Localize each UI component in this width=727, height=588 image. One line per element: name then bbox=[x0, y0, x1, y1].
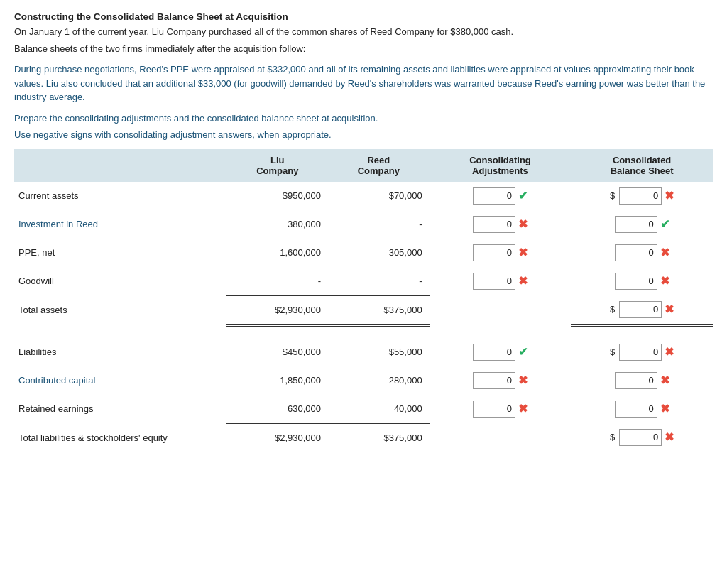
cons-input[interactable] bbox=[619, 187, 662, 205]
cons-cell[interactable]: $✖ bbox=[571, 423, 713, 453]
liu-value: 1,850,000 bbox=[226, 366, 328, 395]
row-label: PPE, net bbox=[14, 239, 226, 267]
reed-value: - bbox=[328, 267, 430, 295]
para3: Use negative signs with consolidating ad… bbox=[14, 128, 713, 142]
cross-icon: ✖ bbox=[665, 189, 674, 202]
reed-value: $55,000 bbox=[328, 338, 430, 366]
row-label: Retained earnings bbox=[14, 395, 226, 423]
adj-cell[interactable]: ✖ bbox=[430, 239, 572, 267]
cross-icon: ✖ bbox=[660, 274, 669, 288]
header-liu: LiuCompany bbox=[226, 149, 328, 182]
row-label: Total assets bbox=[14, 295, 226, 325]
balance-sheet-table: LiuCompany ReedCompany ConsolidatingAdju… bbox=[14, 149, 713, 454]
dollar-sign: $ bbox=[610, 347, 615, 357]
reed-value: 280,000 bbox=[328, 366, 430, 395]
cross-icon: ✖ bbox=[660, 402, 669, 415]
adj-cell[interactable]: ✔ bbox=[430, 182, 572, 210]
table-row: Investment in Reed380,000-✖✔ bbox=[14, 210, 713, 239]
adj-input[interactable] bbox=[473, 372, 515, 389]
cross-icon: ✖ bbox=[660, 246, 669, 259]
check-icon: ✔ bbox=[518, 189, 528, 202]
adj-cell[interactable]: ✖ bbox=[430, 395, 572, 423]
table-row: PPE, net1,600,000305,000✖✖ bbox=[14, 239, 713, 267]
table-row: Current assets$950,000$70,000✔$✖ bbox=[14, 182, 713, 210]
row-label: Goodwill bbox=[14, 267, 226, 295]
cons-input[interactable] bbox=[619, 429, 662, 446]
cons-cell[interactable]: ✖ bbox=[571, 267, 713, 295]
table-row: Liabilities$450,000$55,000✔$✖ bbox=[14, 338, 713, 366]
cons-input[interactable] bbox=[615, 273, 657, 290]
cons-cell[interactable]: ✔ bbox=[571, 210, 713, 239]
cons-input[interactable] bbox=[619, 301, 662, 318]
liu-value: $2,930,000 bbox=[226, 295, 328, 325]
row-label: Investment in Reed bbox=[14, 210, 226, 239]
adj-cell[interactable]: ✖ bbox=[430, 210, 572, 239]
cross-icon: ✖ bbox=[665, 303, 674, 316]
cons-input[interactable] bbox=[615, 244, 657, 261]
cons-cell[interactable]: ✖ bbox=[571, 239, 713, 267]
para2: Prepare the consolidating adjustments an… bbox=[14, 111, 713, 126]
cross-icon: ✖ bbox=[518, 246, 528, 259]
header-cons: ConsolidatedBalance Sheet bbox=[571, 149, 713, 182]
adj-cell[interactable]: ✖ bbox=[430, 366, 572, 395]
dollar-sign: $ bbox=[610, 304, 615, 315]
cons-input[interactable] bbox=[615, 401, 657, 418]
table-row: Contributed capital1,850,000280,000✖✖ bbox=[14, 366, 713, 395]
row-label: Current assets bbox=[14, 182, 226, 210]
header-adj: ConsolidatingAdjustments bbox=[430, 149, 572, 182]
dollar-sign: $ bbox=[610, 190, 615, 201]
row-label: Contributed capital bbox=[14, 366, 226, 395]
adj-input[interactable] bbox=[473, 273, 515, 290]
intro-line1: On January 1 of the current year, Liu Co… bbox=[14, 25, 713, 39]
liu-value: $950,000 bbox=[226, 182, 328, 210]
liu-value: 1,600,000 bbox=[226, 239, 328, 267]
check-icon: ✔ bbox=[660, 217, 669, 231]
cons-cell[interactable]: $✖ bbox=[571, 182, 713, 210]
cross-icon: ✖ bbox=[665, 345, 674, 359]
liu-value: $450,000 bbox=[226, 338, 328, 366]
liu-value: - bbox=[226, 267, 328, 295]
cross-icon: ✖ bbox=[518, 374, 528, 387]
cons-input[interactable] bbox=[619, 344, 662, 361]
table-row: Total liabilities & stockholders' equity… bbox=[14, 423, 713, 453]
dollar-sign: $ bbox=[610, 432, 615, 442]
cons-cell[interactable]: ✖ bbox=[571, 366, 713, 395]
adj-cell[interactable]: ✔ bbox=[430, 338, 572, 366]
cross-icon: ✖ bbox=[518, 402, 528, 415]
header-label bbox=[14, 149, 226, 182]
adj-input[interactable] bbox=[473, 244, 515, 261]
liu-value: $2,930,000 bbox=[226, 423, 328, 453]
cons-cell[interactable]: $✖ bbox=[571, 295, 713, 325]
para1: During purchase negotiations, Reed's PPE… bbox=[14, 62, 713, 104]
cons-input[interactable] bbox=[615, 216, 657, 233]
cross-icon: ✖ bbox=[518, 274, 528, 288]
table-row: Total assets$2,930,000$375,000$✖ bbox=[14, 295, 713, 325]
adj-input[interactable] bbox=[473, 187, 515, 205]
reed-value: 305,000 bbox=[328, 239, 430, 267]
check-icon: ✔ bbox=[518, 345, 528, 359]
reed-value: 40,000 bbox=[328, 395, 430, 423]
cross-icon: ✖ bbox=[665, 430, 674, 444]
adj-input[interactable] bbox=[473, 216, 515, 233]
table-row: Goodwill--✖✖ bbox=[14, 267, 713, 295]
liu-value: 630,000 bbox=[226, 395, 328, 423]
liu-value: 380,000 bbox=[226, 210, 328, 239]
cross-icon: ✖ bbox=[660, 374, 669, 387]
adj-input[interactable] bbox=[473, 401, 515, 418]
adj-input[interactable] bbox=[473, 344, 515, 361]
row-label: Liabilities bbox=[14, 338, 226, 366]
cons-input[interactable] bbox=[615, 372, 657, 389]
reed-value: $375,000 bbox=[328, 423, 430, 453]
reed-value: $375,000 bbox=[328, 295, 430, 325]
reed-value: - bbox=[328, 210, 430, 239]
cons-cell[interactable]: $✖ bbox=[571, 338, 713, 366]
adj-cell bbox=[430, 423, 572, 453]
intro-line2: Balance sheets of the two firms immediat… bbox=[14, 42, 713, 56]
page-title: Constructing the Consolidated Balance Sh… bbox=[14, 11, 713, 22]
cons-cell[interactable]: ✖ bbox=[571, 395, 713, 423]
adj-cell[interactable]: ✖ bbox=[430, 267, 572, 295]
reed-value: $70,000 bbox=[328, 182, 430, 210]
adj-cell bbox=[430, 295, 572, 325]
cross-icon: ✖ bbox=[518, 217, 528, 231]
table-row: Retained earnings630,00040,000✖✖ bbox=[14, 395, 713, 423]
